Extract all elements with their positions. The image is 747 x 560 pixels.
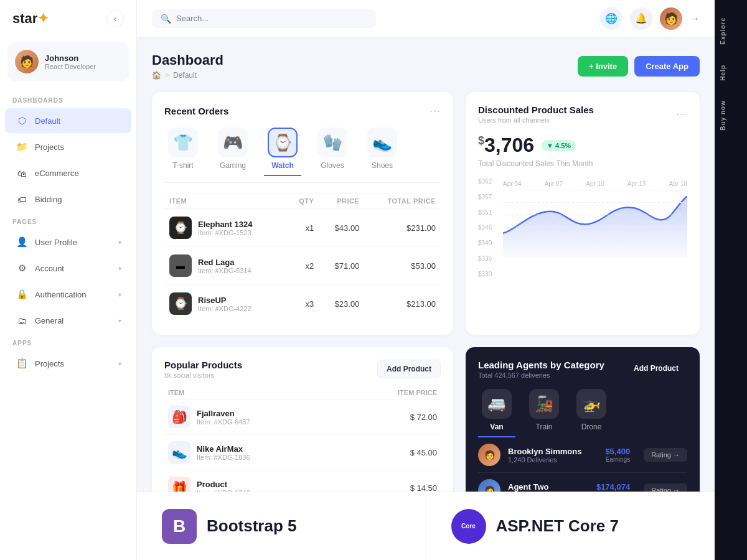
chevron-down-icon: ▾ xyxy=(118,291,121,298)
buy-now-button[interactable]: Buy now xyxy=(720,93,742,138)
tab-gaming[interactable]: 🎮 Gaming xyxy=(214,128,251,176)
agents-title: Leading Agents by Category xyxy=(478,360,604,370)
topbar-right: 🌐 🔔 🧑 → xyxy=(600,7,700,30)
user-profile-icon: 👤 xyxy=(15,235,29,249)
search-icon: 🔍 xyxy=(161,14,171,24)
tab-van[interactable]: 🚐 Van xyxy=(478,389,515,437)
agent-earnings: $174,074 xyxy=(596,482,630,492)
tab-train[interactable]: 🚂 Train xyxy=(525,389,563,437)
add-product-button-dark[interactable]: Add Product xyxy=(625,360,687,377)
sidebar-item-bidding[interactable]: 🏷 Bidding xyxy=(5,187,131,212)
discounted-sales-subtitle: Users from all channels xyxy=(478,116,594,124)
gaming-tab-icon: 🎮 xyxy=(218,128,248,157)
topbar-bell-icon[interactable]: 🔔 xyxy=(630,7,652,30)
sales-amount: 3,706 xyxy=(484,134,534,156)
sidebar-item-authentication[interactable]: 🔒 Authentication ▾ xyxy=(5,282,131,307)
topbar-arrow-icon[interactable]: → xyxy=(690,13,700,24)
right-panel: Explore Help Buy now xyxy=(715,0,747,560)
tshirt-tab-icon: 👕 xyxy=(168,128,198,157)
topbar: 🔍 🌐 🔔 🧑 → xyxy=(137,0,715,37)
table-row: ⌚ Elephant 1324 Item: #XDG-1523 x1 $43.0… xyxy=(164,209,441,247)
main-area: 🔍 🌐 🔔 🧑 → Dashboard 🏠 > Default + Invite xyxy=(137,0,715,560)
help-button[interactable]: Help xyxy=(720,57,742,88)
list-item: 👟 Nike AirMax Item: #XDG-1836 $ 45.00 xyxy=(164,435,441,470)
van-label: Van xyxy=(490,422,503,431)
search-input[interactable] xyxy=(176,14,367,23)
sidebar-item-label: Account xyxy=(35,264,112,273)
ecommerce-icon: 🛍 xyxy=(15,166,29,180)
recent-orders-header: Recent Orders ··· xyxy=(164,105,441,118)
sidebar-item-label: eCommerce xyxy=(35,169,121,178)
tab-gloves[interactable]: 🧤 Gloves xyxy=(314,128,351,176)
user-card[interactable]: 🧑 Johnson React Developer xyxy=(7,42,129,81)
product-img: 🎒 xyxy=(168,406,190,428)
popular-products-title: Popular Products xyxy=(164,360,242,370)
col-qty: QTY xyxy=(286,194,319,209)
agent-name: Agent Two xyxy=(508,482,557,492)
rating-button[interactable]: Rating → xyxy=(644,448,687,462)
agent-earnings: $5,400 xyxy=(605,447,630,456)
product-name: Nike AirMax xyxy=(197,444,250,454)
discounted-sales-title: Discounted Product Sales xyxy=(478,105,594,115)
projects-icon: 📁 xyxy=(15,140,29,154)
agent-deliveries: 1,240 Deliveries xyxy=(508,456,581,464)
card-menu-icon[interactable]: ··· xyxy=(430,105,441,118)
col-total: TOTAL PRICE xyxy=(364,194,441,209)
sidebar-item-label: Projects xyxy=(35,359,112,368)
item-name: Elephant 1324 xyxy=(198,220,252,229)
tab-shoes[interactable]: 👟 Shoes xyxy=(364,128,401,176)
price-cell: $23.00 xyxy=(319,285,364,323)
chart-container: $362 $357 $351 $346 $340 $335 $330 xyxy=(478,178,687,278)
table-row: ▬ Red Laga Item: #XDG-5314 x2 $71.00 $53… xyxy=(164,247,441,285)
product-price: $ 72.00 xyxy=(346,399,441,435)
section-label-pages: PAGES xyxy=(0,212,136,229)
default-icon: ⬡ xyxy=(15,114,29,128)
shoes-label: Shoes xyxy=(372,161,393,170)
tab-tshirt[interactable]: 👕 T-shirt xyxy=(164,128,202,176)
search-bar[interactable]: 🔍 xyxy=(152,9,376,28)
sidebar-item-ecommerce[interactable]: 🛍 eCommerce xyxy=(5,161,131,185)
price-cell: $71.00 xyxy=(319,247,364,285)
avatar: 🧑 xyxy=(15,50,39,73)
topbar-globe-icon[interactable]: 🌐 xyxy=(600,7,622,30)
gloves-label: Gloves xyxy=(321,161,344,170)
sidebar-item-projects[interactable]: 📁 Projects xyxy=(5,134,131,159)
item-name: Red Laga xyxy=(198,258,251,267)
card-menu-icon[interactable]: ··· xyxy=(676,108,687,121)
create-app-button[interactable]: Create App xyxy=(634,56,700,77)
col-item: ITEM xyxy=(164,194,286,209)
invite-button[interactable]: + Invite xyxy=(578,56,628,77)
chart-svg xyxy=(503,178,687,258)
list-item: 🎒 Fjallraven Item: #XDG-6437 $ 72.00 xyxy=(164,399,441,435)
chevron-down-icon: ▾ xyxy=(118,317,121,324)
total-cell: $213.00 xyxy=(364,285,441,323)
watch-label: Watch xyxy=(271,161,294,170)
breadcrumb: 🏠 > Default xyxy=(152,71,223,80)
sidebar-item-projects-app[interactable]: 📋 Projects ▾ xyxy=(5,351,131,376)
qty-cell: x3 xyxy=(286,285,319,323)
item-img: ▬ xyxy=(169,254,192,277)
table-row: ⌚ RiseUP Item: #XDG-4222 x3 $23.00 $213.… xyxy=(164,285,441,323)
y-label: $340 xyxy=(478,240,492,246)
section-label-dashboards: DASHBOARDS xyxy=(0,91,136,108)
tab-drone[interactable]: 🚁 Drone xyxy=(573,389,610,437)
popular-products-subtitle: 8k social visitors xyxy=(164,371,242,379)
add-product-button[interactable]: Add Product xyxy=(377,360,441,378)
sidebar-item-default[interactable]: ⬡ Default xyxy=(5,108,131,133)
brand-star: ✦ xyxy=(37,11,49,26)
total-cell: $231.00 xyxy=(364,209,441,247)
aspnet-icon: Core xyxy=(451,509,486,544)
topbar-avatar[interactable]: 🧑 xyxy=(660,7,682,30)
product-id: Item: #XDG-6437 xyxy=(197,418,250,426)
sidebar-item-account[interactable]: ⚙ Account ▾ xyxy=(5,256,131,281)
explore-button[interactable]: Explore xyxy=(720,10,742,52)
sidebar-toggle-button[interactable]: ‹ xyxy=(106,10,124,27)
popular-products-header: Popular Products 8k social visitors Add … xyxy=(164,360,441,379)
sidebar-item-general[interactable]: 🗂 General ▾ xyxy=(5,308,131,333)
tab-watch[interactable]: ⌚ Watch xyxy=(264,128,301,176)
agent-avatar: 🧑 xyxy=(478,444,500,466)
y-label: $346 xyxy=(478,224,492,231)
sidebar-item-user-profile[interactable]: 👤 User Profile ▾ xyxy=(5,230,131,254)
bootstrap-icon: B xyxy=(162,509,197,544)
header-actions: + Invite Create App xyxy=(578,56,700,77)
